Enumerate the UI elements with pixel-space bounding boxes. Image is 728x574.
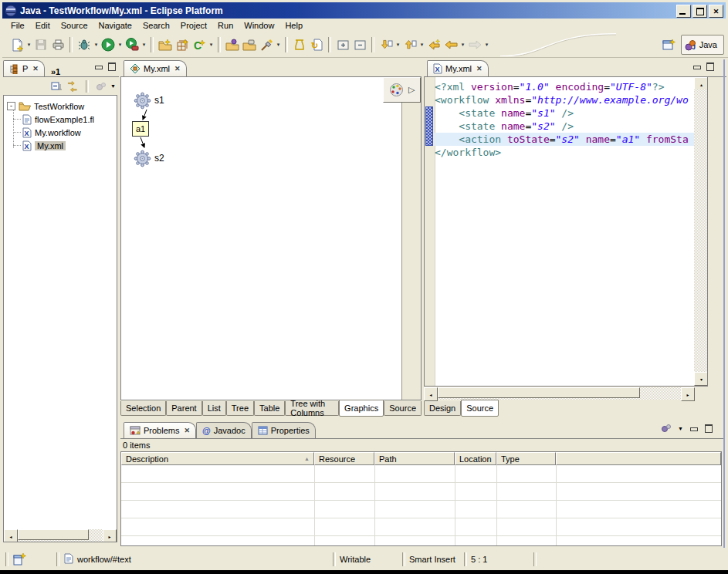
scroll-right-icon[interactable]: ▸ (681, 387, 695, 401)
export-button[interactable] (241, 36, 258, 53)
tree-item-file[interactable]: flowExample1.fl (22, 113, 94, 126)
column-resource[interactable]: Resource (314, 452, 374, 465)
close-icon[interactable]: ✕ (174, 65, 181, 73)
code-line[interactable]: <state name="s1" /> (435, 106, 694, 120)
column-location[interactable]: Location (455, 452, 496, 465)
problems-table[interactable]: Description ▲ Resource Path Location Typ… (120, 451, 722, 546)
new-wizard-button[interactable] (8, 36, 25, 53)
tab-list[interactable]: List (202, 401, 226, 416)
run-button[interactable] (100, 36, 117, 53)
view-filter-icon[interactable] (96, 82, 107, 91)
close-icon[interactable]: ✕ (184, 427, 190, 434)
tree-item-project[interactable]: - TestWorkflow (7, 100, 84, 113)
menu-file[interactable]: File (5, 20, 30, 31)
close-icon[interactable]: ✕ (476, 65, 483, 73)
new-java-project-button[interactable] (157, 36, 174, 53)
tab-source-myxml[interactable]: X My.xml ✕ (427, 60, 489, 76)
minimize-icon[interactable] (676, 5, 691, 18)
menu-window[interactable]: Window (239, 20, 279, 31)
maximize-icon[interactable] (692, 5, 707, 18)
view-menu-icon[interactable]: ▼ (110, 83, 116, 89)
column-path[interactable]: Path (374, 452, 455, 465)
package-explorer-tree[interactable]: - TestWorkflow flowExample1.fl X My.work… (3, 95, 117, 542)
more-views-chevron[interactable]: »1 (51, 67, 60, 76)
run-external-dropdown[interactable]: ▾ (141, 36, 147, 53)
format-dropdown[interactable]: ▾ (275, 36, 282, 53)
forward-dropdown[interactable]: ▾ (483, 36, 490, 53)
code-lines[interactable]: <?xml version="1.0" encoding="UTF-8"?><w… (435, 80, 694, 159)
filters-icon[interactable] (661, 424, 672, 433)
next-annotation-dropdown[interactable]: ▾ (394, 36, 401, 53)
collapse-expander-icon[interactable]: - (7, 102, 15, 110)
tab-graphics-myxml[interactable]: My.xml ✕ (124, 60, 187, 76)
tab-problems[interactable]: Problems ✕ (124, 422, 196, 438)
menu-navigate[interactable]: Navigate (93, 20, 137, 31)
code-line[interactable]: <state name="s2" /> (435, 120, 694, 133)
scroll-left-icon[interactable]: ◂ (4, 529, 18, 542)
minimize-editor-icon[interactable] (692, 62, 701, 70)
code-line[interactable]: </workflow> (435, 146, 694, 159)
palette-strip[interactable] (401, 77, 421, 400)
maximize-view-icon[interactable] (704, 424, 713, 432)
new-class-button[interactable]: C (191, 36, 208, 53)
title-bar[interactable]: Java - TestWorkflow/My.xml - Eclipse Pla… (2, 2, 726, 19)
fast-view-icon[interactable] (13, 552, 27, 566)
forward-button[interactable] (466, 36, 483, 53)
state-node-label[interactable]: s2 (154, 153, 164, 164)
menu-help[interactable]: Help (279, 20, 308, 31)
hide-windows-button[interactable] (351, 36, 368, 53)
menu-search[interactable]: Search (137, 20, 175, 31)
column-type[interactable]: Type (496, 452, 556, 465)
new-package-button[interactable] (174, 36, 191, 53)
import-button[interactable] (224, 36, 241, 53)
view-menu-icon[interactable]: ▼ (678, 426, 683, 431)
link-with-editor-icon[interactable] (66, 81, 79, 92)
scroll-right-icon[interactable]: ▸ (103, 529, 117, 542)
palette-flyout-arrow-icon[interactable]: ▷ (408, 85, 415, 95)
scroll-thumb[interactable] (438, 387, 640, 398)
scroll-down-icon[interactable]: ▾ (694, 372, 708, 386)
annotation-ruler[interactable] (425, 77, 435, 386)
open-perspective-button[interactable] (661, 36, 678, 53)
tree-item-file[interactable]: X My.workflow (22, 126, 81, 139)
state-node-label[interactable]: s1 (154, 95, 164, 106)
tab-properties[interactable]: Properties (252, 422, 316, 438)
maximize-editor-icon[interactable] (706, 62, 714, 70)
source-vscrollbar[interactable]: ▴ ▾ (694, 77, 707, 386)
code-line[interactable]: <action toState="s2" name="a1" fromSta (435, 133, 694, 146)
action-node[interactable]: a1 (132, 121, 149, 137)
source-hscrollbar[interactable]: ◂ ▸ (424, 387, 695, 400)
debug-button[interactable] (76, 36, 93, 53)
java-perspective-button[interactable]: J Java (681, 35, 724, 55)
format-brush-button[interactable] (258, 36, 275, 53)
refresh-document-button[interactable]: ↻ (308, 36, 325, 53)
menu-edit[interactable]: Edit (30, 20, 56, 31)
new-wizard-dropdown[interactable]: ▾ (25, 36, 32, 53)
menu-project[interactable]: Project (175, 20, 212, 31)
problems-table-body[interactable] (121, 465, 721, 545)
source-editor-body[interactable]: <?xml version="1.0" encoding="UTF-8"?><w… (424, 76, 708, 387)
scroll-left-icon[interactable]: ◂ (424, 387, 438, 401)
code-line[interactable]: <?xml version="1.0" encoding="UTF-8"?> (435, 80, 694, 93)
tab-selection[interactable]: Selection (120, 401, 166, 416)
last-edit-location-button[interactable] (425, 36, 442, 53)
minimize-view-icon[interactable] (94, 62, 103, 70)
code-line[interactable]: <workflow xmlns="http://www.example.org/… (435, 93, 694, 106)
back-dropdown[interactable]: ▾ (459, 36, 466, 53)
tab-package-explorer[interactable]: P ✕ (3, 60, 45, 76)
scroll-thumb[interactable] (18, 529, 89, 540)
menu-run[interactable]: Run (212, 20, 239, 31)
column-description[interactable]: Description ▲ (121, 452, 314, 465)
debug-dropdown[interactable]: ▾ (93, 36, 100, 53)
save-button[interactable] (32, 36, 49, 53)
run-external-tools-button[interactable] (124, 36, 141, 53)
back-button[interactable] (442, 36, 459, 53)
tab-design[interactable]: Design (424, 401, 461, 416)
palette-flyout-button[interactable]: ▷ (383, 77, 421, 103)
tab-parent[interactable]: Parent (166, 401, 201, 416)
tree-hscrollbar[interactable]: ◂ ▸ (4, 529, 117, 542)
print-button[interactable] (49, 36, 66, 53)
state-node-icon[interactable] (134, 92, 151, 110)
tab-table[interactable]: Table (254, 401, 285, 416)
tab-tree-with-columns[interactable]: Tree with Columns (285, 401, 339, 416)
